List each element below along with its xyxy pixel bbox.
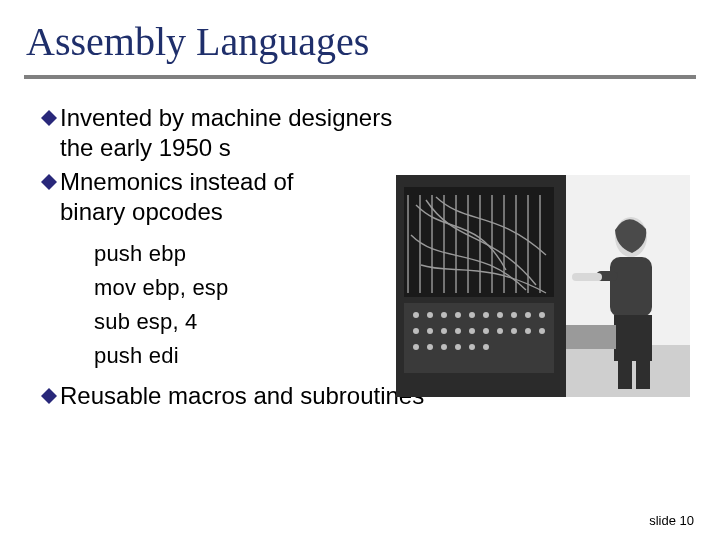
svg-marker-0: [41, 110, 57, 126]
svg-point-28: [539, 312, 545, 318]
svg-rect-54: [566, 325, 616, 349]
svg-point-34: [483, 328, 489, 334]
bullet-text: Invented by machine designers the early …: [60, 103, 400, 163]
svg-point-26: [511, 312, 517, 318]
svg-rect-18: [404, 303, 554, 373]
bullet-item: Mnemonics instead of binary opcodes: [40, 167, 340, 227]
slide: Assembly Languages Invented by machine d…: [0, 0, 720, 540]
svg-point-37: [525, 328, 531, 334]
svg-point-31: [441, 328, 447, 334]
diamond-bullet-icon: [40, 387, 58, 405]
historical-computer-photo: [396, 175, 690, 397]
bullet-text: Mnemonics instead of binary opcodes: [60, 167, 340, 227]
svg-point-22: [455, 312, 461, 318]
svg-point-20: [427, 312, 433, 318]
svg-point-41: [441, 344, 447, 350]
svg-marker-2: [41, 388, 57, 404]
svg-point-44: [483, 344, 489, 350]
svg-point-24: [483, 312, 489, 318]
svg-point-30: [427, 328, 433, 334]
svg-point-23: [469, 312, 475, 318]
svg-point-42: [455, 344, 461, 350]
svg-point-35: [497, 328, 503, 334]
svg-point-33: [469, 328, 475, 334]
svg-point-40: [427, 344, 433, 350]
slide-number: slide 10: [649, 513, 694, 528]
bullet-item: Invented by machine designers the early …: [40, 103, 400, 163]
svg-point-19: [413, 312, 419, 318]
svg-rect-52: [618, 359, 632, 389]
svg-point-43: [469, 344, 475, 350]
slide-title: Assembly Languages: [0, 0, 720, 71]
svg-point-27: [525, 312, 531, 318]
svg-rect-50: [572, 273, 602, 281]
diamond-bullet-icon: [40, 109, 58, 127]
svg-point-36: [511, 328, 517, 334]
svg-rect-53: [636, 359, 650, 389]
diamond-bullet-icon: [40, 173, 58, 191]
svg-point-32: [455, 328, 461, 334]
svg-point-21: [441, 312, 447, 318]
svg-point-39: [413, 344, 419, 350]
svg-point-38: [539, 328, 545, 334]
svg-rect-48: [610, 257, 652, 317]
svg-rect-51: [614, 315, 652, 361]
svg-marker-1: [41, 174, 57, 190]
svg-point-29: [413, 328, 419, 334]
svg-point-25: [497, 312, 503, 318]
